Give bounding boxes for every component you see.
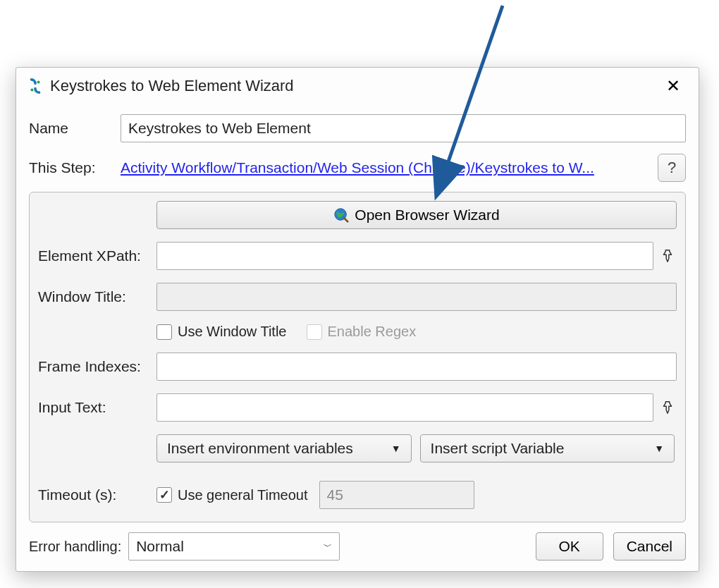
ok-button[interactable]: OK	[536, 532, 603, 561]
help-symbol: ?	[668, 159, 676, 177]
wizard-dialog: Keystrokes to Web Element Wizard ✕ Name …	[16, 67, 699, 572]
use-window-title-checkbox[interactable]: Use Window Title	[156, 324, 287, 340]
close-button[interactable]: ✕	[659, 73, 687, 99]
this-step-label: This Step:	[29, 159, 121, 176]
timeout-value-input	[319, 481, 474, 509]
cancel-label: Cancel	[627, 538, 672, 554]
globe-icon	[333, 207, 349, 223]
input-text-label: Input Text:	[38, 399, 156, 416]
cancel-button[interactable]: Cancel	[613, 532, 686, 561]
svg-point-2	[30, 88, 33, 91]
error-handling-value: Normal	[136, 538, 184, 555]
use-general-timeout-checkbox[interactable]: ✓ Use general Timeout	[156, 487, 308, 503]
input-text-input[interactable]	[156, 393, 653, 422]
caret-icon: ▼	[391, 443, 401, 454]
use-window-title-label: Use Window Title	[178, 324, 287, 340]
pin-icon[interactable]	[658, 246, 677, 266]
open-browser-wizard-label: Open Browser Wizard	[355, 207, 499, 223]
step-path-link[interactable]: Activity Workflow/Transaction/Web Sessio…	[121, 159, 651, 176]
insert-env-vars-label: Insert environment variables	[167, 440, 353, 457]
svg-point-1	[37, 80, 40, 83]
error-handling-label: Error handling:	[29, 539, 121, 555]
frame-indexes-input[interactable]	[156, 353, 677, 381]
enable-regex-label: Enable Regex	[328, 324, 417, 340]
enable-regex-checkbox: Enable Regex	[307, 324, 417, 340]
ok-label: OK	[558, 538, 579, 554]
name-label: Name	[29, 120, 121, 137]
title-bar: Keystrokes to Web Element Wizard ✕	[16, 68, 699, 100]
dialog-title: Keystrokes to Web Element Wizard	[50, 77, 294, 95]
settings-group: Open Browser Wizard Element XPath: Windo…	[29, 192, 686, 522]
open-browser-wizard-button[interactable]: Open Browser Wizard	[156, 201, 677, 229]
frame-indexes-label: Frame Indexes:	[38, 358, 156, 375]
window-title-label: Window Title:	[38, 288, 156, 305]
insert-env-vars-dropdown[interactable]: Insert environment variables ▼	[156, 434, 412, 463]
caret-icon: ﹀	[324, 541, 332, 553]
xpath-label: Element XPath:	[38, 247, 156, 264]
insert-script-var-label: Insert script Variable	[431, 440, 565, 457]
app-icon	[27, 78, 43, 94]
error-handling-dropdown[interactable]: Normal ﹀	[128, 532, 340, 561]
use-general-timeout-label: Use general Timeout	[178, 487, 308, 503]
xpath-input[interactable]	[156, 242, 653, 270]
timeout-label: Timeout (s):	[38, 486, 156, 503]
help-button[interactable]: ?	[658, 154, 686, 182]
insert-script-var-dropdown[interactable]: Insert script Variable ▼	[420, 434, 675, 463]
pin-icon[interactable]	[658, 398, 677, 417]
caret-icon: ▼	[654, 443, 664, 454]
window-title-input	[156, 283, 677, 311]
svg-line-5	[344, 218, 348, 222]
name-input[interactable]	[121, 114, 686, 142]
